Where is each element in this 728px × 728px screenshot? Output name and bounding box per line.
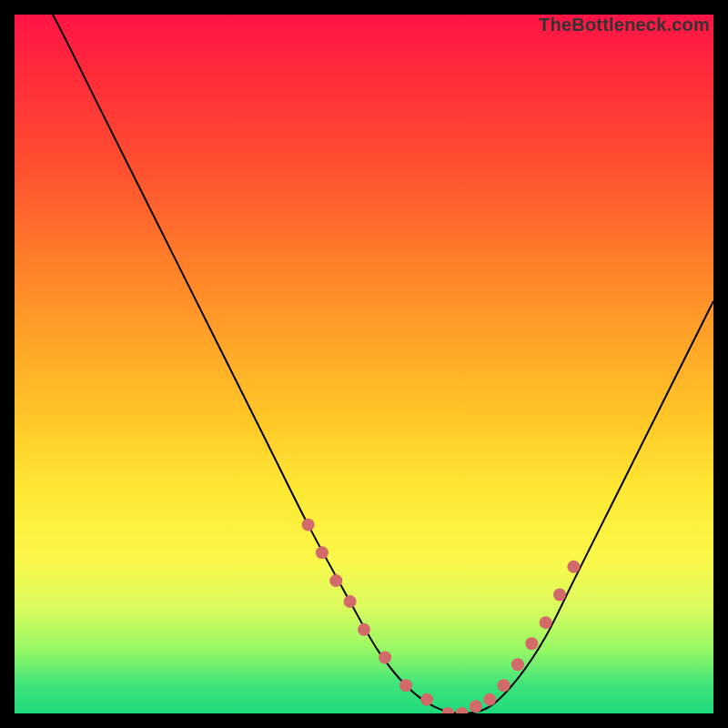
highlight-dot	[456, 707, 469, 713]
watermark-text: TheBottleneck.com	[539, 15, 710, 35]
highlight-dot	[344, 595, 357, 608]
highlight-dot	[329, 574, 342, 587]
highlight-dot	[441, 707, 454, 713]
highlight-dot	[483, 693, 496, 706]
chart-svg	[15, 15, 713, 713]
highlight-dot	[498, 679, 511, 692]
low-bottleneck-dots	[302, 519, 581, 713]
bottleneck-curve	[15, 15, 713, 713]
chart-frame: TheBottleneck.com	[15, 15, 713, 713]
highlight-dot	[525, 637, 538, 650]
highlight-dot	[302, 519, 315, 531]
highlight-dot	[379, 652, 391, 664]
highlight-dot	[540, 616, 552, 629]
highlight-dot	[511, 658, 524, 671]
highlight-dot	[358, 623, 370, 636]
highlight-dot	[567, 561, 580, 573]
curve-line	[15, 15, 713, 713]
highlight-dot	[399, 679, 412, 692]
highlight-dot	[316, 546, 329, 559]
highlight-dot	[553, 588, 566, 601]
highlight-dot	[470, 700, 482, 713]
highlight-dot	[420, 693, 433, 706]
